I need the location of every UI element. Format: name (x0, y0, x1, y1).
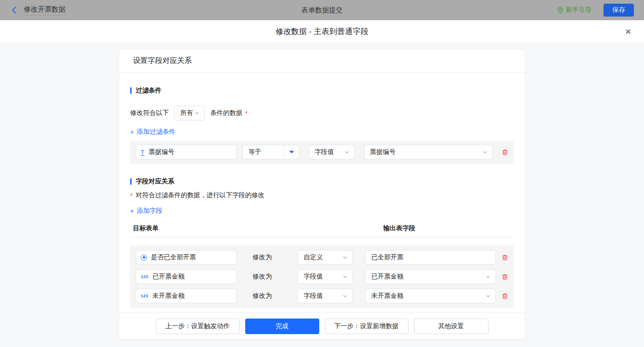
add-field-label: 添加字段 (137, 207, 162, 215)
guide-label: 新手引导 (566, 6, 592, 14)
delete-mapping-button[interactable] (501, 254, 508, 261)
plus-icon: + (130, 207, 134, 215)
value-type-select[interactable]: 字段值 (309, 145, 355, 159)
filter-value-select[interactable]: 票据编号 (364, 145, 493, 159)
section-bar-icon (130, 87, 132, 94)
pin-icon (557, 6, 564, 14)
mapping-note: * 对符合过滤条件的数据，进行以下字段的修改 (130, 191, 514, 199)
mapping-rows-container: 是否已全部开票 修改为 自定义 (130, 245, 514, 308)
value-type-value: 字段值 (309, 148, 344, 156)
required-mark: * (130, 192, 132, 199)
modify-type-select[interactable]: 字段值 (298, 269, 353, 284)
modify-type-value: 字段值 (298, 273, 342, 281)
number-field-icon: 123 (141, 294, 148, 298)
target-field-box[interactable]: 123 已开票金额 (136, 269, 237, 284)
guide-link[interactable]: 新手引导 (557, 6, 592, 14)
trash-icon (501, 273, 508, 280)
modal-body: 设置字段对应关系 过滤条件 修改符合以下 所有 条件的数据 * + (0, 43, 644, 347)
chevron-left-icon (10, 6, 18, 14)
filter-value: 票据编号 (364, 148, 482, 156)
done-button[interactable]: 完成 (245, 319, 319, 334)
node-title: 表单数据提交 (301, 6, 343, 15)
number-field-icon: 123 (141, 274, 148, 279)
modify-to-label: 修改为 (253, 253, 272, 262)
columns-divider (130, 237, 514, 238)
panel-content: 过滤条件 修改符合以下 所有 条件的数据 * + 添加过滤条件 T (119, 73, 525, 313)
chevron-down-icon (194, 110, 200, 116)
target-field-name: 是否已全部开票 (151, 253, 196, 262)
chevron-down-icon (342, 293, 348, 299)
mapping-columns-header: 目标表单 输出表字段 (130, 224, 514, 233)
target-field-box[interactable]: 是否已全部开票 (136, 250, 237, 265)
match-mode-select[interactable]: 所有 (174, 106, 205, 120)
add-filter-label: 添加过滤条件 (137, 128, 175, 136)
chevron-down-icon (482, 149, 488, 155)
filter-section-title: 过滤条件 (130, 86, 514, 95)
chevron-down-icon (344, 149, 350, 155)
match-prefix: 修改符合以下 (130, 109, 169, 117)
operator-select[interactable]: 等于 (242, 145, 299, 159)
output-field-select[interactable]: 已开票金额 (365, 269, 496, 284)
column-target-form: 目标表单 (133, 224, 383, 233)
mapping-note-text: 对符合过滤条件的数据，进行以下字段的修改 (136, 191, 264, 199)
match-condition-row: 修改符合以下 所有 条件的数据 * (130, 106, 514, 120)
caret-down-icon (284, 145, 299, 159)
custom-value-input[interactable] (365, 250, 496, 265)
modal-header: 修改数据 - 主表到普通字段 ✕ (0, 20, 644, 43)
next-step-button[interactable]: 下一步：设置新增数据 (325, 319, 408, 334)
chevron-down-icon (342, 274, 348, 279)
flow-title[interactable]: 修改开票数据 (24, 5, 65, 16)
modify-type-value: 自定义 (298, 253, 342, 262)
add-field-button[interactable]: + 添加字段 (130, 207, 162, 215)
chevron-down-icon (342, 255, 348, 260)
mapping-section-title: 字段对应关系 (130, 177, 514, 186)
delete-mapping-button[interactable] (501, 273, 508, 280)
mapping-row: 是否已全部开票 修改为 自定义 (136, 250, 508, 265)
panel-title: 设置字段对应关系 (119, 50, 525, 73)
chevron-down-icon (485, 274, 491, 279)
topbar-right: 新手引导 保存 (557, 4, 634, 17)
prev-step-button[interactable]: 上一步：设置触发动作 (156, 319, 240, 334)
trash-icon (501, 254, 508, 261)
delete-mapping-button[interactable] (501, 293, 508, 300)
target-field-name: 已开票金额 (152, 273, 184, 281)
modal-title: 修改数据 - 主表到普通字段 (276, 26, 368, 37)
topbar-left: 修改开票数据 (10, 5, 65, 16)
target-field-name: 未开票金额 (152, 292, 184, 300)
modify-to-label: 修改为 (253, 273, 272, 281)
modify-type-value: 字段值 (298, 292, 342, 300)
save-button[interactable]: 保存 (604, 4, 634, 17)
output-field-value: 已开票金额 (366, 273, 485, 281)
mapping-section-label: 字段对应关系 (136, 177, 174, 186)
close-icon[interactable]: ✕ (625, 28, 632, 35)
filter-field-box[interactable]: T 票据编号 (136, 145, 237, 159)
operator-value: 等于 (243, 148, 284, 156)
settings-panel: 设置字段对应关系 过滤条件 修改符合以下 所有 条件的数据 * + (119, 50, 525, 339)
filter-field-name: 票据编号 (149, 148, 174, 156)
match-mode-value: 所有 (175, 109, 194, 117)
output-field-value: 未开票金额 (366, 292, 485, 300)
mapping-row: 123 未开票金额 修改为 字段值 未开票金额 (136, 289, 508, 303)
section-bar-icon (130, 178, 132, 185)
trash-icon (501, 293, 508, 300)
modify-to-label: 修改为 (253, 292, 272, 300)
filter-condition-row: T 票据编号 等于 字段值 票据编号 (130, 141, 514, 164)
panel-footer: 上一步：设置触发动作 完成 下一步：设置新增数据 其他设置 (119, 313, 525, 339)
trash-icon (501, 149, 508, 156)
target-field-box[interactable]: 123 未开票金额 (136, 289, 237, 303)
add-filter-condition-button[interactable]: + 添加过滤条件 (130, 128, 175, 136)
plus-icon: + (130, 128, 134, 136)
output-field-select[interactable]: 未开票金额 (365, 289, 496, 303)
required-mark: * (245, 110, 247, 117)
delete-filter-button[interactable] (501, 149, 508, 156)
other-settings-button[interactable]: 其他设置 (414, 319, 489, 334)
modify-type-select[interactable]: 自定义 (298, 250, 353, 265)
chevron-down-icon (485, 293, 491, 299)
back-button[interactable] (10, 6, 18, 14)
radio-field-icon (141, 255, 147, 261)
text-field-icon: T (141, 149, 144, 156)
mapping-row: 123 已开票金额 修改为 字段值 已开票金额 (136, 269, 508, 284)
match-suffix: 条件的数据 (210, 109, 242, 117)
column-output-field: 输出表字段 (383, 224, 415, 233)
modify-type-select[interactable]: 字段值 (298, 289, 353, 303)
